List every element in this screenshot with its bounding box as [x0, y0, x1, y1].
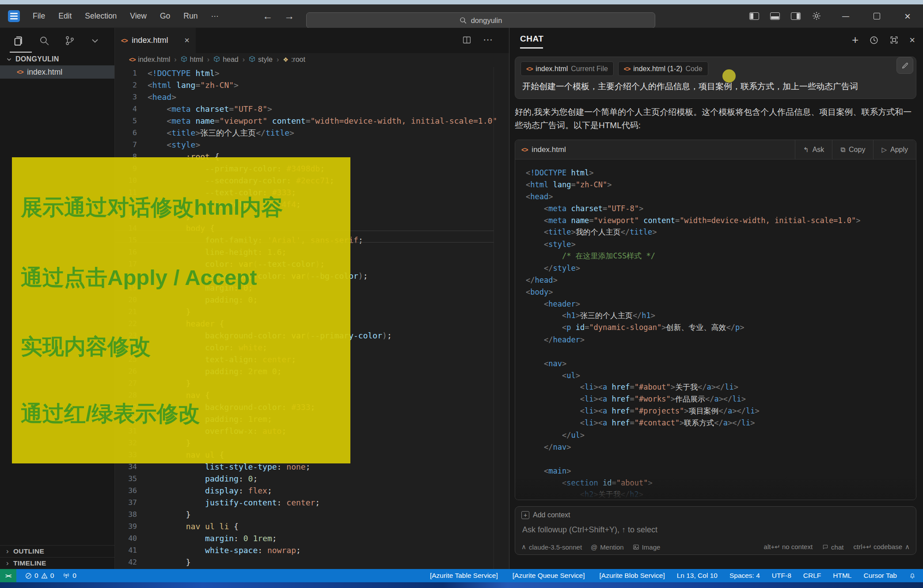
code-line: 38 } [115, 508, 509, 520]
gear-icon[interactable] [812, 11, 821, 21]
language-mode[interactable]: HTML [833, 572, 851, 580]
codebase-hint[interactable]: ctrl+↵ codebase ∧ [853, 543, 910, 551]
toggle-primary-sidebar-icon[interactable] [749, 12, 759, 20]
eol-sequence[interactable]: CRLF [803, 572, 821, 580]
code-action-apply[interactable]: ▷Apply [873, 140, 916, 159]
close-chat-icon[interactable]: × [909, 34, 915, 46]
context-chip[interactable]: <>index.htmlCurrent File [520, 61, 614, 76]
chat-input-placeholder: Ask followup (Ctrl+Shift+Y), ↑ to select [522, 525, 657, 535]
model-selector[interactable]: ∧ claude-3.5-sonnet [521, 543, 582, 551]
breadcrumb-separator: › [174, 56, 176, 64]
explorer-folder-header[interactable]: DONGYULIN [0, 53, 114, 65]
line-number: 41 [115, 546, 148, 554]
indentation[interactable]: Spaces: 4 [729, 572, 760, 580]
code-text: white-space: nowrap; [148, 546, 301, 555]
code-line: <body> [526, 286, 916, 298]
code-text: <li><a href="#about">关于我</a></li> [526, 382, 738, 392]
encoding[interactable]: UTF-8 [772, 572, 791, 580]
toggle-panel-icon[interactable] [770, 12, 780, 20]
code-filename: index.html [532, 145, 566, 154]
context-chips: <>index.htmlCurrent File<>index.html (1-… [520, 61, 708, 76]
close-window-button[interactable]: × [892, 4, 923, 28]
chevron-down-icon[interactable] [90, 35, 100, 46]
ports-indicator[interactable]: 0 [63, 572, 76, 580]
context-chip[interactable]: <>index.html (1-2)Code [618, 61, 708, 76]
chat-code-lines[interactable]: <!DOCTYPE html><html lang="zh-CN"><head>… [515, 159, 916, 500]
chip-tag: Code [685, 65, 702, 73]
code-text: /* 在这里添加CSS样式 */ [526, 251, 655, 261]
search-icon [460, 17, 467, 24]
explorer-icon[interactable] [12, 34, 24, 46]
code-line: <p id="dynamic-slogan">创新、专业、高效</p> [526, 322, 916, 334]
overlay-text-line: 实现内容修改 [21, 332, 151, 361]
explorer-file-item[interactable]: <> index.html [0, 65, 114, 79]
code-action-copy[interactable]: ⧉Copy [832, 140, 873, 159]
remote-indicator[interactable]: >< [0, 569, 16, 582]
breadcrumb-item[interactable]: style [249, 56, 273, 64]
toggle-secondary-sidebar-icon[interactable] [791, 12, 801, 20]
mention-button[interactable]: @ Mention [591, 543, 624, 551]
problems-indicator[interactable]: 0 0 [25, 572, 54, 580]
minimap-divider [494, 67, 494, 569]
line-number: 40 [115, 534, 148, 542]
tab-index-html[interactable]: <> index.html × [115, 28, 196, 53]
chat-panel: CHAT + × <>index.htmlCurrent File<>index… [509, 28, 923, 569]
menu-run[interactable]: Run [177, 8, 204, 24]
image-button[interactable]: Image [633, 543, 661, 551]
code-action-ask[interactable]: ↰Ask [795, 140, 832, 159]
status-service[interactable]: [Azurite Table Service] [430, 572, 498, 580]
outline-section-header[interactable]: › OUTLINE [0, 545, 115, 557]
edit-message-button[interactable] [896, 57, 913, 74]
expand-icon[interactable] [889, 35, 899, 45]
breadcrumb-item[interactable]: <>index.html [129, 56, 170, 64]
status-service[interactable]: [Azurite Blob Service] [600, 572, 665, 580]
chat-input-box[interactable]: + Add context Ask followup (Ctrl+Shift+Y… [515, 506, 916, 555]
new-chat-icon[interactable]: + [852, 33, 858, 47]
cursor-tab-toggle[interactable]: Cursor Tab [863, 572, 897, 580]
pencil-icon [901, 62, 909, 69]
root-icon: ❖ [283, 56, 289, 63]
timeline-section-header[interactable]: › TIMELINE [0, 557, 115, 569]
chat-tab[interactable]: CHAT [520, 34, 543, 44]
ask-icon: ↰ [803, 146, 809, 154]
split-editor-icon[interactable] [462, 35, 471, 45]
breadcrumb-item[interactable]: ❖:root [283, 56, 305, 64]
close-tab-icon[interactable]: × [184, 35, 190, 46]
menu-more[interactable]: ··· [204, 8, 225, 24]
app-logo-icon[interactable] [8, 10, 20, 22]
no-context-hint: alt+↵ no context [764, 543, 813, 551]
line-number: 1 [115, 69, 148, 77]
breadcrumb-item[interactable]: html [181, 56, 203, 64]
menu-file[interactable]: File [26, 8, 52, 24]
line-number: 35 [115, 474, 148, 483]
more-actions-icon[interactable]: ⋯ [483, 34, 493, 46]
breadcrumb-item[interactable]: head [213, 56, 239, 64]
timeline-label: TIMELINE [13, 559, 46, 567]
copy-icon: ⧉ [840, 146, 845, 154]
forward-arrow-icon[interactable]: → [284, 10, 294, 22]
menu-edit[interactable]: Edit [52, 8, 78, 24]
maximize-button[interactable] [861, 4, 892, 28]
code-text: <ul> [526, 371, 580, 380]
status-service[interactable]: [Azurite Queue Service] [513, 572, 585, 580]
code-line: <li><a href="#projects">项目案例</a></li> [526, 405, 916, 417]
radio-tower-icon [63, 572, 70, 579]
add-context-button[interactable]: + Add context [521, 511, 570, 519]
minimize-button[interactable]: — [830, 4, 861, 28]
menu-selection[interactable]: Selection [78, 8, 123, 24]
history-icon[interactable] [869, 35, 879, 45]
code-line: <nav> [526, 357, 916, 369]
source-control-icon[interactable] [64, 35, 76, 46]
menu-view[interactable]: View [123, 8, 153, 24]
bell-icon[interactable] [909, 572, 916, 579]
cursor-position[interactable]: Ln 13, Col 10 [677, 572, 718, 580]
breadcrumb-separator: › [207, 56, 209, 64]
model-name: claude-3.5-sonnet [529, 543, 582, 551]
menu-go[interactable]: Go [153, 8, 177, 24]
code-text: <style> [526, 240, 576, 249]
search-sidebar-icon[interactable] [38, 35, 50, 46]
back-arrow-icon[interactable]: ← [262, 10, 273, 22]
chat-mode-button[interactable]: chat [822, 543, 843, 551]
line-number: 42 [115, 558, 148, 566]
command-search-input[interactable]: dongyulin [306, 12, 655, 28]
